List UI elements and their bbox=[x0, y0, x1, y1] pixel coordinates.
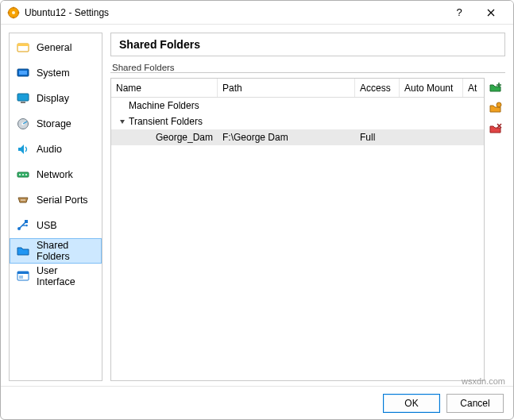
table-area: Name Path Access Auto Mount At Machine F… bbox=[110, 78, 505, 381]
svg-rect-25 bbox=[17, 272, 29, 274]
sidebar-item-serial[interactable]: Serial Ports bbox=[10, 187, 102, 213]
cell-access: Full bbox=[355, 129, 400, 145]
usb-icon bbox=[16, 218, 30, 233]
window-title: Ubuntu12 - Settings bbox=[25, 7, 109, 18]
svg-rect-10 bbox=[17, 94, 29, 101]
table-actions bbox=[488, 78, 505, 381]
sidebar-item-network[interactable]: Network bbox=[10, 162, 102, 187]
network-icon bbox=[16, 168, 30, 182]
sidebar-item-system[interactable]: System bbox=[10, 60, 102, 86]
col-automount[interactable]: Auto Mount bbox=[400, 79, 463, 97]
close-button[interactable] bbox=[475, 2, 507, 24]
storage-icon bbox=[16, 117, 30, 131]
group-machine-folders[interactable]: Machine Folders bbox=[111, 98, 484, 114]
sidebar-item-storage[interactable]: Storage bbox=[10, 111, 102, 137]
sidebar-item-label: System bbox=[37, 67, 70, 79]
svg-point-29 bbox=[497, 102, 501, 107]
general-icon bbox=[16, 40, 30, 55]
expander-icon[interactable] bbox=[118, 118, 127, 125]
sidebar-item-label: Network bbox=[37, 169, 73, 180]
table-body: Machine Folders Transient Folders George… bbox=[111, 98, 484, 380]
sidebar-item-usb[interactable]: USB bbox=[10, 213, 102, 238]
ok-button[interactable]: OK bbox=[383, 394, 440, 413]
sidebar-item-display[interactable]: Display bbox=[10, 86, 102, 111]
col-name[interactable]: Name bbox=[111, 79, 218, 97]
sidebar-item-label: Shared Folders bbox=[37, 240, 95, 262]
col-access[interactable]: Access bbox=[355, 79, 400, 97]
svg-rect-26 bbox=[19, 276, 23, 279]
svg-point-15 bbox=[19, 174, 21, 175]
dialog-body: General System Display Storage Audio Net… bbox=[1, 25, 513, 386]
add-share-button[interactable] bbox=[488, 79, 504, 95]
cell-at bbox=[463, 129, 484, 145]
page-title-box: Shared Folders bbox=[110, 33, 505, 56]
table-row[interactable]: George_Dam F:\George Dam Full bbox=[111, 129, 484, 145]
dialog-footer: OK Cancel bbox=[1, 386, 513, 419]
group-label: Machine Folders bbox=[129, 100, 199, 111]
serial-icon bbox=[16, 193, 30, 207]
section-label: Shared Folders bbox=[110, 61, 505, 73]
cancel-button[interactable]: Cancel bbox=[446, 394, 504, 413]
svg-rect-11 bbox=[21, 102, 25, 103]
svg-rect-22 bbox=[25, 220, 28, 223]
svg-rect-9 bbox=[19, 71, 27, 75]
cell-path: F:\George Dam bbox=[218, 129, 355, 145]
col-path[interactable]: Path bbox=[218, 79, 355, 97]
table-header: Name Path Access Auto Mount At bbox=[111, 79, 484, 98]
sidebar-item-shared-folders[interactable]: Shared Folders bbox=[10, 238, 102, 264]
settings-window: Ubuntu12 - Settings ? General System Dis… bbox=[0, 0, 514, 420]
group-transient-folders[interactable]: Transient Folders bbox=[111, 114, 484, 129]
page-title: Shared Folders bbox=[119, 38, 497, 51]
sidebar-item-label: Audio bbox=[37, 144, 62, 155]
display-icon bbox=[16, 91, 30, 106]
sidebar-item-label: Storage bbox=[37, 118, 71, 129]
ui-icon bbox=[16, 269, 30, 283]
svg-point-16 bbox=[22, 174, 24, 175]
group-label: Transient Folders bbox=[129, 116, 203, 127]
edit-share-button[interactable] bbox=[488, 100, 504, 116]
svg-point-23 bbox=[25, 225, 28, 227]
sidebar-item-label: Serial Ports bbox=[37, 195, 88, 206]
sidebar-item-audio[interactable]: Audio bbox=[10, 137, 102, 162]
cell-automount bbox=[400, 129, 463, 145]
sidebar-item-label: General bbox=[37, 42, 71, 53]
titlebar: Ubuntu12 - Settings ? bbox=[1, 1, 513, 25]
sidebar-item-label: Display bbox=[37, 93, 69, 104]
svg-point-19 bbox=[22, 199, 24, 201]
svg-rect-7 bbox=[17, 44, 29, 46]
shared-folders-table: Name Path Access Auto Mount At Machine F… bbox=[110, 78, 485, 381]
folder-icon bbox=[16, 244, 30, 258]
sidebar: General System Display Storage Audio Net… bbox=[9, 33, 102, 381]
svg-point-1 bbox=[12, 11, 15, 14]
sidebar-item-general[interactable]: General bbox=[10, 35, 102, 60]
audio-icon bbox=[16, 142, 30, 156]
system-icon bbox=[16, 66, 30, 80]
col-at[interactable]: At bbox=[463, 79, 484, 97]
sidebar-item-label: User Interface bbox=[37, 265, 95, 287]
svg-point-17 bbox=[25, 174, 27, 175]
sidebar-item-user-interface[interactable]: User Interface bbox=[10, 264, 102, 289]
help-button[interactable]: ? bbox=[443, 2, 475, 24]
svg-point-18 bbox=[21, 199, 22, 201]
app-icon bbox=[7, 6, 20, 19]
svg-point-20 bbox=[24, 199, 25, 201]
main-panel: Shared Folders Shared Folders Name Path … bbox=[110, 33, 505, 381]
cell-name: George_Dam bbox=[111, 129, 218, 145]
remove-share-button[interactable] bbox=[488, 121, 504, 137]
sidebar-item-label: USB bbox=[37, 220, 57, 231]
